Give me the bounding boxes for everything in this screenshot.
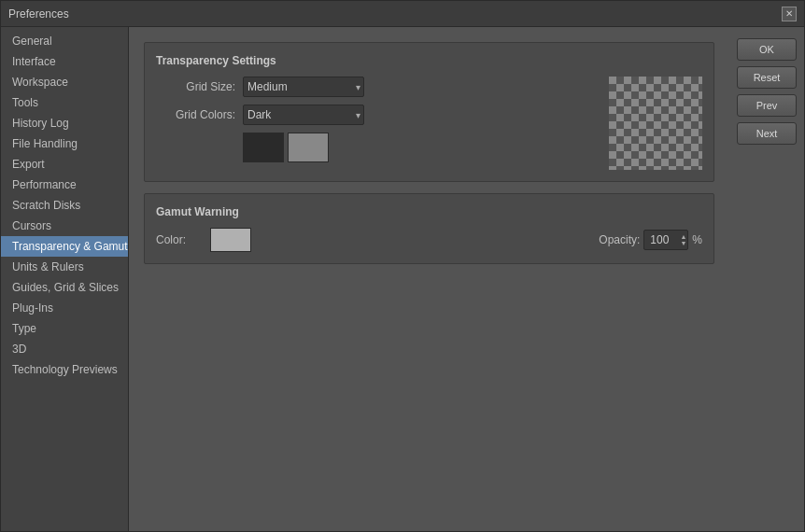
sidebar-item-technology-previews[interactable]: Technology Previews bbox=[1, 359, 128, 380]
medium-swatch[interactable] bbox=[288, 133, 329, 162]
title-bar: Preferences ✕ bbox=[1, 1, 804, 27]
dark-swatch[interactable] bbox=[243, 133, 284, 162]
grid-size-select-wrapper[interactable]: None Small Medium Large bbox=[243, 77, 364, 97]
percent-label: % bbox=[692, 233, 702, 246]
transparency-settings-title: Transparency Settings bbox=[156, 54, 702, 67]
opacity-group: Opacity: ▲ ▼ % bbox=[599, 230, 702, 250]
reset-button[interactable]: Reset bbox=[737, 66, 797, 89]
swatches-row bbox=[243, 133, 609, 162]
grid-colors-select[interactable]: Light Medium Dark Custom bbox=[243, 105, 364, 125]
sidebar-item-cursors[interactable]: Cursors bbox=[1, 216, 128, 236]
prev-button[interactable]: Prev bbox=[737, 94, 797, 117]
sidebar-item-type[interactable]: Type bbox=[1, 318, 128, 339]
gamut-warning-title: Gamut Warning bbox=[156, 205, 702, 218]
gamut-row: Color: Opacity: ▲ ▼ % bbox=[156, 228, 702, 252]
grid-size-select[interactable]: None Small Medium Large bbox=[243, 77, 364, 97]
opacity-spinner[interactable]: ▲ ▼ bbox=[680, 230, 686, 250]
buttons-panel: OK Reset Prev Next bbox=[729, 27, 804, 531]
grid-colors-label: Grid Colors: bbox=[156, 108, 235, 121]
sidebar-item-workspace[interactable]: Workspace bbox=[1, 72, 128, 92]
sidebar-item-transparency-gamut[interactable]: Transparency & Gamut bbox=[1, 236, 128, 257]
sidebar-item-3d[interactable]: 3D bbox=[1, 339, 128, 359]
grid-size-label: Grid Size: bbox=[156, 80, 235, 93]
transparency-top: Grid Size: None Small Medium Large bbox=[156, 77, 702, 170]
grid-colors-select-wrapper[interactable]: Light Medium Dark Custom bbox=[243, 105, 364, 125]
sidebar-item-guides-grid-slices[interactable]: Guides, Grid & Slices bbox=[1, 277, 128, 298]
sidebar-item-general[interactable]: General bbox=[1, 31, 128, 51]
opacity-down-arrow[interactable]: ▼ bbox=[680, 240, 686, 246]
dialog-body: General Interface Workspace Tools Histor… bbox=[1, 27, 804, 531]
close-button[interactable]: ✕ bbox=[782, 7, 797, 21]
sidebar-item-scratch-disks[interactable]: Scratch Disks bbox=[1, 195, 128, 216]
preferences-dialog: Preferences ✕ General Interface Workspac… bbox=[0, 0, 805, 532]
sidebar-item-plug-ins[interactable]: Plug-Ins bbox=[1, 298, 128, 318]
sidebar-item-export[interactable]: Export bbox=[1, 154, 128, 175]
sidebar-item-tools[interactable]: Tools bbox=[1, 92, 128, 113]
sidebar-item-units-rulers[interactable]: Units & Rulers bbox=[1, 257, 128, 277]
gamut-color-swatch[interactable] bbox=[210, 228, 251, 252]
gamut-warning-section: Gamut Warning Color: Opacity: ▲ ▼ bbox=[144, 193, 714, 264]
opacity-input-wrapper: ▲ ▼ bbox=[643, 230, 688, 250]
grid-colors-row: Grid Colors: Light Medium Dark Custom bbox=[156, 105, 609, 125]
main-content: Transparency Settings Grid Size: None Sm… bbox=[129, 27, 729, 531]
color-label: Color: bbox=[156, 233, 203, 246]
checker-grid bbox=[609, 77, 702, 170]
grid-size-row: Grid Size: None Small Medium Large bbox=[156, 77, 609, 97]
sidebar: General Interface Workspace Tools Histor… bbox=[1, 27, 129, 531]
transparency-settings-section: Transparency Settings Grid Size: None Sm… bbox=[144, 42, 714, 182]
opacity-up-arrow[interactable]: ▲ bbox=[680, 233, 686, 240]
checker-preview bbox=[609, 77, 702, 170]
sidebar-item-interface[interactable]: Interface bbox=[1, 51, 128, 72]
sidebar-item-file-handling[interactable]: File Handling bbox=[1, 133, 128, 154]
dialog-title: Preferences bbox=[8, 7, 69, 21]
sidebar-item-performance[interactable]: Performance bbox=[1, 175, 128, 195]
opacity-label: Opacity: bbox=[599, 233, 640, 246]
next-button[interactable]: Next bbox=[737, 122, 797, 145]
transparency-left: Grid Size: None Small Medium Large bbox=[156, 77, 609, 162]
sidebar-item-history-log[interactable]: History Log bbox=[1, 113, 128, 133]
ok-button[interactable]: OK bbox=[737, 38, 797, 61]
